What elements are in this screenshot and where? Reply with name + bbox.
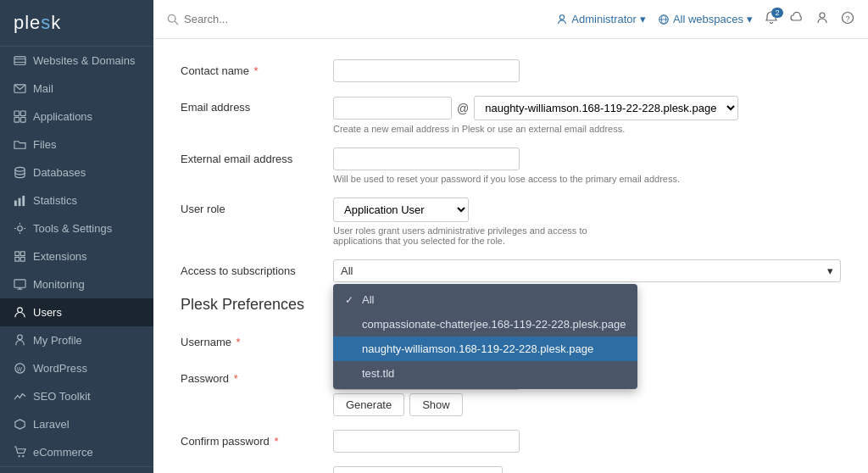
contact-name-label: Contact name * (181, 59, 333, 77)
email-help-text: Create a new email address in Plesk or u… (333, 124, 841, 134)
cart-icon (14, 446, 26, 459)
contact-name-row: Contact name * (181, 59, 841, 82)
external-email-row: External email address Will be used to r… (181, 147, 841, 184)
webspaces-button[interactable]: All webspaces ▾ (658, 13, 753, 25)
notifications-button[interactable]: 2 (765, 11, 778, 27)
sidebar-label: Monitoring (33, 278, 85, 291)
sidebar-nav: Websites & Domains Mail Applications Fil… (0, 47, 153, 466)
svg-point-30 (560, 14, 565, 19)
sidebar-item-laravel[interactable]: Laravel (0, 410, 153, 438)
laravel-icon (14, 418, 26, 431)
external-email-input[interactable] (333, 147, 520, 170)
generate-button[interactable]: Generate (333, 393, 404, 416)
main-area: Administrator ▾ All webspaces ▾ 2 ? (153, 0, 868, 473)
user-settings-button[interactable] (815, 11, 829, 27)
sidebar-item-wordpress[interactable]: W WordPress (0, 354, 153, 382)
svg-point-8 (15, 167, 25, 171)
notification-badge: 2 (771, 8, 783, 18)
plesk-language-select[interactable]: English (United States) (333, 466, 503, 473)
database-icon (14, 166, 26, 179)
sidebar-item-extensions[interactable]: Extensions (0, 242, 153, 270)
email-input[interactable] (333, 97, 452, 120)
svg-rect-11 (22, 196, 25, 206)
access-subscriptions-label: Access to subscriptions (181, 259, 333, 277)
plesk-language-field: English (United States) (333, 466, 841, 473)
bar-chart-icon (14, 194, 26, 207)
svg-line-29 (175, 21, 178, 25)
sidebar-label: Databases (33, 166, 86, 179)
cloud-icon (790, 11, 804, 25)
sidebar-item-seo-toolkit[interactable]: SEO Toolkit (0, 382, 153, 410)
contact-name-field (333, 59, 841, 82)
sidebar-label: Applications (33, 110, 92, 123)
admin-button[interactable]: Administrator ▾ (556, 13, 646, 25)
svg-point-24 (18, 455, 19, 457)
sidebar-label: Statistics (33, 194, 77, 207)
dropdown-item-compassionate[interactable]: compassionate-chatterjee.168-119-22-228.… (333, 312, 637, 337)
sidebar-item-statistics[interactable]: Statistics (0, 186, 153, 214)
sidebar-label: Tools & Settings (33, 222, 112, 235)
plesk-language-row: Plesk language English (United States) (181, 466, 841, 473)
webspaces-label: All webspaces (673, 13, 743, 25)
svg-rect-5 (20, 111, 25, 116)
sidebar-item-databases[interactable]: Databases (0, 159, 153, 186)
sidebar-item-tools-settings[interactable]: Tools & Settings (0, 214, 153, 242)
show-button[interactable]: Show (409, 393, 463, 416)
contact-name-input[interactable] (333, 59, 520, 82)
svg-point-28 (168, 14, 175, 22)
dropdown-item-all[interactable]: ✓ All (333, 287, 637, 312)
content-area: Contact name * Email address @ naughty-w… (153, 39, 868, 473)
sidebar-label: Laravel (33, 418, 70, 431)
sidebar-item-users[interactable]: Users (0, 298, 153, 326)
sidebar-item-my-profile[interactable]: My Profile (0, 326, 153, 354)
user-role-select[interactable]: Application User (333, 198, 469, 222)
sidebar-label: WordPress (33, 362, 87, 375)
sidebar-label: Extensions (33, 250, 87, 263)
cloud-button[interactable] (790, 11, 804, 27)
access-subscriptions-row: Access to subscriptions All ▾ ✓ All (181, 259, 841, 282)
confirm-password-input[interactable] (333, 430, 520, 453)
dropdown-item-test[interactable]: test.tld (333, 361, 637, 386)
sidebar-item-mail[interactable]: Mail (0, 75, 153, 103)
external-email-help: Will be used to reset your password if y… (333, 174, 841, 184)
globe-icon (14, 54, 26, 67)
external-email-field: Will be used to reset your password if y… (333, 147, 841, 184)
header: Administrator ▾ All webspaces ▾ 2 ? (153, 0, 868, 39)
user-role-help: User roles grant users administrative pr… (333, 225, 621, 246)
dropdown-item-naughty[interactable]: naughty-williamson.168-119-22-228.plesk.… (333, 337, 637, 361)
help-button[interactable]: ? (841, 11, 854, 27)
sidebar-item-websites-domains[interactable]: Websites & Domains (0, 47, 153, 75)
svg-rect-15 (15, 257, 19, 261)
user-role-label: User role (181, 198, 333, 215)
email-address-field: @ naughty-williamson.168-119-22-228.ples… (333, 96, 841, 134)
user-role-row: User role Application User User roles gr… (181, 198, 841, 246)
email-domain-select[interactable]: naughty-williamson.168-119-22-228.plesk.… (474, 96, 738, 120)
sidebar-item-ecommerce[interactable]: eCommerce (0, 438, 153, 466)
puzzle-icon (14, 250, 26, 263)
sidebar-item-monitoring[interactable]: Monitoring (0, 270, 153, 298)
email-address-row: Email address @ naughty-williamson.168-1… (181, 96, 841, 134)
username-label: Username * (181, 331, 333, 348)
tools-icon (14, 222, 26, 235)
email-at-symbol: @ (457, 102, 469, 115)
sidebar: plesk Websites & Domains Mail Applicatio… (0, 0, 153, 473)
sidebar-item-applications[interactable]: Applications (0, 103, 153, 131)
access-dropdown-trigger[interactable]: All ▾ (333, 259, 841, 282)
folder-icon (14, 138, 26, 151)
search-input[interactable] (184, 13, 353, 25)
svg-rect-17 (14, 280, 25, 287)
search-box (167, 13, 421, 25)
sidebar-bottom: Change View ✕ (0, 466, 153, 473)
svg-rect-7 (20, 117, 25, 122)
sidebar-item-files[interactable]: Files (0, 131, 153, 159)
admin-icon (556, 14, 568, 25)
sidebar-label: Websites & Domains (33, 54, 135, 67)
external-email-label: External email address (181, 147, 333, 165)
access-dropdown-menu: ✓ All compassionate-chatterjee.168-119-2… (333, 284, 637, 389)
svg-rect-4 (14, 111, 19, 116)
user-role-field: Application User User roles grant users … (333, 198, 841, 246)
wp-icon: W (14, 362, 26, 375)
svg-rect-13 (15, 252, 19, 256)
logo: plesk (0, 0, 153, 47)
sidebar-label: eCommerce (33, 446, 93, 459)
